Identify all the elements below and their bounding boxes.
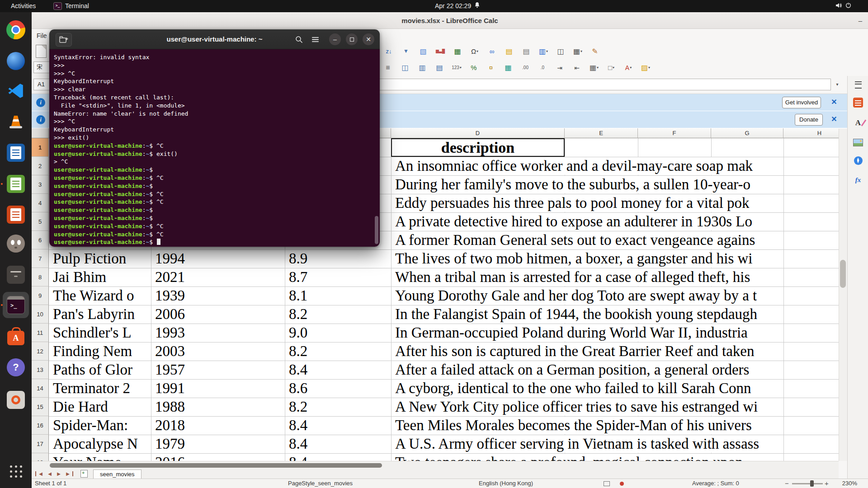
- cell-description-row6[interactable]: A former Roman General sets out to exact…: [394, 231, 756, 249]
- cell-rating-row13[interactable]: 8.4: [288, 361, 309, 379]
- cell-description-row5[interactable]: A private detective hired to expose an a…: [394, 213, 754, 230]
- row-header-6[interactable]: 6: [32, 231, 49, 249]
- cell-description-row18[interactable]: Two teenagers share a profound, magical …: [394, 454, 744, 461]
- row-header-1[interactable]: 1: [32, 138, 49, 157]
- styles-icon[interactable]: A: [852, 117, 864, 129]
- select-all-corner[interactable]: [32, 128, 49, 138]
- expand-formula-bar-icon[interactable]: ▾: [833, 79, 841, 90]
- cell-title-row11[interactable]: Schindler's L: [52, 324, 133, 342]
- next-sheet-button[interactable]: ▶: [54, 471, 63, 476]
- cell-description-row14[interactable]: A cyborg, identical to the one who faile…: [394, 380, 753, 397]
- vertical-scrollbar[interactable]: [839, 129, 847, 461]
- cell-description-row15[interactable]: A New York City police officer tries to …: [394, 398, 759, 416]
- row-header-17[interactable]: 17: [32, 435, 49, 453]
- pivot-table-icon[interactable]: ▦: [451, 44, 464, 58]
- borders-icon[interactable]: ▦▾: [587, 61, 601, 75]
- cell-title-row14[interactable]: Terminator 2: [52, 380, 132, 397]
- autofilter-icon[interactable]: ▼: [399, 44, 413, 58]
- row-header-5[interactable]: 5: [32, 212, 49, 231]
- split-window-icon[interactable]: ◫: [554, 44, 567, 58]
- cell-rating-row18[interactable]: 8.4: [288, 454, 309, 461]
- terminal-maximize-button[interactable]: [346, 33, 358, 45]
- close-infobar-icon[interactable]: ✕: [830, 115, 839, 124]
- functions-icon[interactable]: fx: [852, 174, 864, 186]
- cell-year-row8[interactable]: 2021: [154, 268, 186, 286]
- software-icon[interactable]: A: [5, 325, 27, 347]
- terminal-search-button[interactable]: [293, 33, 305, 45]
- merge-cells-icon[interactable]: ◫: [398, 61, 412, 75]
- column-header-D[interactable]: D: [391, 128, 565, 138]
- hyperlink-icon[interactable]: ∞: [485, 44, 499, 58]
- font-color-icon[interactable]: A▾: [622, 61, 635, 75]
- cell-title-row17[interactable]: Apocalypse N: [52, 435, 139, 453]
- percent-format-icon[interactable]: %: [467, 61, 481, 75]
- close-infobar-icon[interactable]: ✕: [830, 98, 839, 107]
- increase-indent-icon[interactable]: ⇥: [553, 61, 566, 75]
- last-sheet-button[interactable]: ▶: [63, 471, 73, 476]
- cell-year-row9[interactable]: 1939: [154, 287, 186, 305]
- cell-year-row10[interactable]: 2006: [154, 305, 186, 323]
- row-header-8[interactable]: 8: [32, 268, 49, 286]
- zoom-slider-thumb[interactable]: [810, 480, 814, 487]
- new-tab-button[interactable]: [56, 33, 72, 47]
- cell-year-row7[interactable]: 1994: [154, 250, 186, 267]
- cell-rating-row10[interactable]: 8.2: [288, 305, 309, 323]
- clock-menu-button[interactable]: Apr 22 02:29: [435, 0, 480, 12]
- cell-title-row16[interactable]: Spider-Man:: [52, 417, 129, 434]
- cell-rating-row9[interactable]: 8.1: [288, 287, 309, 305]
- headers-footers-icon[interactable]: ▤: [519, 44, 533, 58]
- date-format-icon[interactable]: ▦: [501, 61, 515, 75]
- cell-rating-row8[interactable]: 8.7: [288, 268, 309, 286]
- new-document-icon[interactable]: [36, 45, 47, 58]
- menu-file[interactable]: File: [32, 29, 52, 43]
- currency-format-icon[interactable]: ¤: [484, 61, 498, 75]
- window-minimize-button[interactable]: –: [854, 12, 867, 29]
- header-cell-description[interactable]: description: [391, 138, 565, 157]
- insert-image-icon[interactable]: ▧: [416, 44, 430, 58]
- cell-rating-row17[interactable]: 8.4: [288, 435, 309, 453]
- horizontal-scrollbar[interactable]: [32, 461, 839, 469]
- sidebar-settings-icon[interactable]: [852, 79, 864, 91]
- insert-chart-icon[interactable]: ▆▃█: [434, 44, 447, 58]
- get-involved-button[interactable]: Get involved: [782, 97, 821, 108]
- row-header-7[interactable]: 7: [32, 249, 49, 268]
- language-status[interactable]: English (Hong Kong): [479, 479, 533, 488]
- row-header-14[interactable]: 14: [32, 379, 49, 398]
- system-status-area[interactable]: [835, 0, 851, 12]
- donate-button[interactable]: Donate: [795, 114, 823, 126]
- cell-year-row11[interactable]: 1993: [154, 324, 186, 342]
- cell-rating-row15[interactable]: 8.2: [288, 398, 309, 416]
- row-header-2[interactable]: 2: [32, 157, 49, 175]
- row-header-10[interactable]: 10: [32, 305, 49, 324]
- cell-title-row15[interactable]: Die Hard: [52, 398, 109, 416]
- decrease-indent-icon[interactable]: ⇤: [570, 61, 584, 75]
- column-header-G[interactable]: G: [711, 128, 783, 138]
- column-header-F[interactable]: F: [638, 128, 711, 138]
- unmerge-cells-icon[interactable]: ▤: [433, 61, 446, 75]
- cell-year-row13[interactable]: 1957: [154, 361, 186, 379]
- calc-titlebar[interactable]: movies.xlsx - LibreOffice Calc – ◻ ✕: [32, 12, 868, 29]
- properties-icon[interactable]: [852, 96, 864, 109]
- sum-average-status[interactable]: Average: ; Sum: 0: [692, 479, 739, 488]
- cell-year-row14[interactable]: 1991: [154, 380, 186, 397]
- vscode-icon[interactable]: [5, 80, 27, 102]
- row-header-13[interactable]: 13: [32, 361, 49, 379]
- help-icon[interactable]: ?: [5, 357, 27, 378]
- row-header-12[interactable]: 12: [32, 342, 49, 361]
- calc-icon[interactable]: [5, 173, 27, 195]
- row-header-9[interactable]: 9: [32, 286, 49, 305]
- cell-rating-row12[interactable]: 8.2: [288, 343, 309, 360]
- border-style-icon[interactable]: □▾: [604, 61, 618, 75]
- cell-description-row11[interactable]: In German-occupied Poland during World W…: [394, 324, 749, 342]
- cell-title-row13[interactable]: Paths of Glor: [52, 361, 134, 379]
- background-color-icon[interactable]: ▨▾: [639, 61, 652, 75]
- cell-description-row9[interactable]: Young Dorothy Gale and her dog Toto are …: [394, 287, 758, 305]
- previous-sheet-button[interactable]: ◀: [45, 471, 54, 476]
- cell-description-row17[interactable]: A U.S. Army officer serving in Vietnam i…: [394, 435, 760, 453]
- add-sheet-button[interactable]: [80, 470, 88, 478]
- navigator-icon[interactable]: [852, 154, 864, 167]
- show-apps-icon[interactable]: [5, 460, 27, 482]
- comment-icon[interactable]: ▤: [502, 44, 516, 58]
- cell-description-row12[interactable]: After his son is captured in the Great B…: [394, 343, 755, 360]
- cell-rating-row7[interactable]: 8.9: [288, 250, 309, 267]
